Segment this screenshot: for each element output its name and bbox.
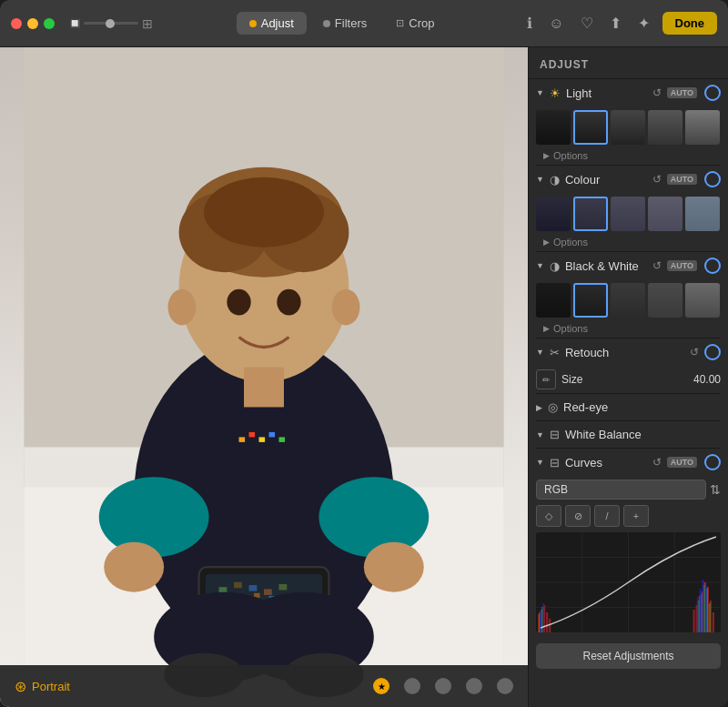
colour-reset-icon[interactable]: ↺ [652, 173, 662, 186]
svg-rect-68 [697, 598, 699, 632]
retouch-size-row: ✏ Size 40.00 [529, 366, 728, 393]
light-reset-icon[interactable]: ↺ [652, 86, 662, 99]
curves-controls: RGB Red Green Blue ⇅ ◇ ⊘ / + [529, 476, 728, 636]
emoji-button[interactable]: ☺ [545, 12, 567, 35]
tab-filters[interactable]: Filters [310, 12, 379, 35]
colour-toggle[interactable] [704, 171, 721, 187]
bottom-icon-1[interactable] [404, 678, 420, 694]
colour-icon: ◑ [550, 173, 560, 187]
rgb-channel-select[interactable]: RGB Red Green Blue [536, 480, 706, 500]
svg-rect-58 [713, 612, 714, 632]
bottom-icon-3[interactable] [466, 678, 482, 694]
app-window: 🔲 ⊞ Adjust Filters ⊡ Crop ℹ ☺ ♡ ⬆ [0, 0, 728, 707]
reset-adjustments-button[interactable]: Reset Adjustments [536, 643, 721, 669]
portrait-button[interactable]: ⊛ Portrait [15, 678, 70, 695]
curve-tool-eyedropper-light[interactable]: / [594, 505, 620, 527]
zoom-in-icon: ⊞ [142, 16, 153, 31]
magic-button[interactable]: ✦ [634, 11, 653, 35]
svg-rect-65 [709, 603, 711, 632]
svg-rect-70 [703, 580, 704, 632]
redeye-section-header[interactable]: ▶ ◎ Red-eye [529, 394, 728, 420]
light-section-header[interactable]: ▼ ☀ Light ↺ AUTO [529, 79, 728, 106]
light-toggle[interactable] [704, 85, 721, 101]
minimize-button[interactable] [27, 18, 38, 29]
whitebalance-section-header[interactable]: ▼ ⊟ White Balance [529, 421, 728, 448]
colour-options-label: Options [553, 237, 588, 247]
bw-toggle[interactable] [704, 258, 721, 274]
light-thumb-2[interactable] [573, 110, 608, 145]
bottom-icon-star[interactable]: ★ [373, 678, 389, 694]
colour-thumb-1[interactable] [536, 197, 571, 231]
rgb-select-arrow: ⇅ [710, 482, 721, 497]
svg-rect-22 [234, 582, 242, 589]
curves-reset-icon[interactable]: ↺ [652, 456, 662, 469]
close-button[interactable] [11, 18, 22, 29]
light-thumb-3[interactable] [611, 110, 645, 145]
share-button[interactable]: ⬆ [606, 11, 625, 35]
info-button[interactable]: ℹ [523, 11, 536, 35]
colour-thumb-3[interactable] [611, 197, 645, 231]
bw-title: Black & White [565, 259, 649, 273]
bottom-icon-4[interactable] [497, 678, 513, 694]
light-thumb-1[interactable] [536, 110, 571, 145]
light-auto-badge[interactable]: AUTO [667, 87, 697, 98]
heart-button[interactable]: ♡ [577, 11, 597, 35]
colour-thumb-5[interactable] [685, 197, 720, 231]
panel-title: ADJUST [529, 47, 728, 79]
curves-auto-badge[interactable]: AUTO [667, 457, 697, 468]
svg-rect-39 [278, 437, 285, 441]
svg-rect-37 [259, 437, 266, 441]
maximize-button[interactable] [44, 18, 55, 29]
svg-rect-51 [693, 610, 695, 632]
colour-thumb-2[interactable] [573, 197, 608, 231]
svg-rect-13 [244, 368, 284, 408]
light-chevron: ▼ [536, 88, 544, 97]
crop-label: Crop [409, 16, 434, 30]
zoom-slider[interactable]: 🔲 ⊞ [69, 16, 153, 31]
svg-rect-38 [268, 432, 275, 437]
size-value: 40.00 [693, 373, 721, 386]
filters-label: Filters [335, 16, 367, 30]
retouch-reset-icon[interactable]: ↺ [690, 346, 699, 359]
bw-options[interactable]: ▶ Options [529, 321, 728, 338]
light-thumb-4[interactable] [648, 110, 682, 145]
curves-section-header[interactable]: ▼ ⊟ Curves ↺ AUTO [529, 449, 728, 476]
bottom-icon-2[interactable] [435, 678, 451, 694]
retouch-toggle[interactable] [704, 344, 721, 360]
curves-toggle[interactable] [704, 454, 721, 470]
bw-thumb-5[interactable] [685, 283, 720, 318]
bottom-bar: ⊛ Portrait ★ [0, 665, 528, 707]
done-button[interactable]: Done [662, 12, 718, 35]
svg-rect-24 [264, 589, 272, 595]
light-thumb-5[interactable] [685, 110, 720, 145]
colour-auto-badge[interactable]: AUTO [667, 174, 697, 185]
bw-reset-icon[interactable]: ↺ [652, 259, 662, 272]
wb-chevron: ▼ [536, 430, 544, 439]
title-right-actions: ℹ ☺ ♡ ⬆ ✦ Done [523, 11, 717, 35]
svg-rect-71 [705, 585, 707, 632]
colour-thumb-4[interactable] [648, 197, 682, 231]
tab-adjust[interactable]: Adjust [237, 12, 307, 35]
bw-section-header[interactable]: ▼ ◑ Black & White ↺ AUTO [529, 252, 728, 279]
svg-rect-23 [249, 585, 258, 591]
curve-tool-eyedropper-dark[interactable]: ◇ [536, 505, 561, 527]
curve-tool-point[interactable]: + [623, 505, 649, 527]
svg-point-8 [204, 177, 324, 247]
bw-thumb-1[interactable] [536, 283, 571, 318]
pencil-icon[interactable]: ✏ [536, 369, 556, 389]
colour-options[interactable]: ▶ Options [529, 235, 728, 251]
retouch-section-header[interactable]: ▼ ✂ Retouch ↺ [529, 338, 728, 366]
zoom-thumb [106, 19, 115, 28]
bw-thumb-2[interactable] [573, 283, 608, 318]
svg-point-16 [104, 542, 164, 592]
bw-thumb-4[interactable] [648, 283, 682, 318]
bw-auto-badge[interactable]: AUTO [667, 260, 697, 271]
tab-crop[interactable]: ⊡ Crop [383, 12, 447, 35]
colour-section-header[interactable]: ▼ ◑ Colour ↺ AUTO [529, 166, 728, 193]
curve-tool-eyedropper-mid[interactable]: ⊘ [565, 505, 591, 527]
bw-thumb-3[interactable] [611, 283, 645, 318]
histogram-svg [536, 532, 721, 632]
light-options-chevron: ▶ [543, 151, 550, 160]
wb-title: White Balance [565, 428, 721, 441]
light-options[interactable]: ▶ Options [529, 148, 728, 165]
